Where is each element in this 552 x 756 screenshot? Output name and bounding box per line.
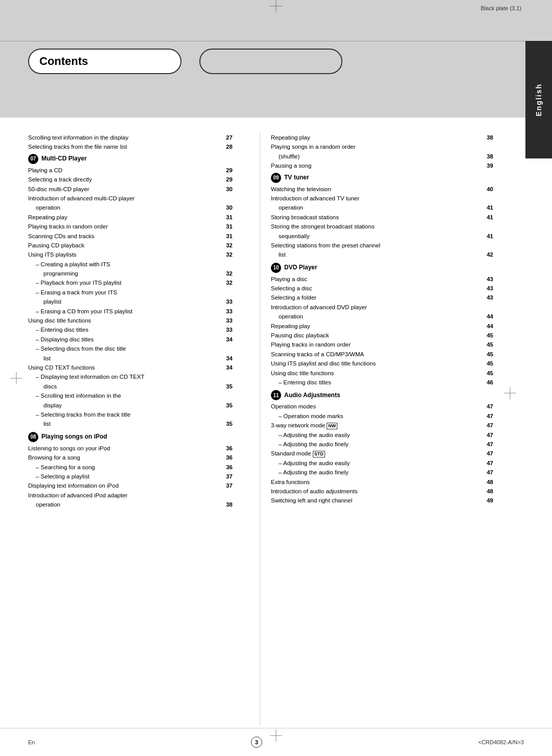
toc-text: operation <box>279 312 484 321</box>
list-item: Watching the television 40 <box>271 185 493 194</box>
list-item: Playing tracks in random order 31 <box>28 222 233 231</box>
page-num: 33 <box>226 325 233 334</box>
page-num: 47 <box>487 430 493 440</box>
toc-text: Introduction of audio adjustments <box>271 487 484 496</box>
toc-text: Introduction of advanced iPod adapter <box>28 491 233 500</box>
page-num: 38 <box>487 133 493 142</box>
section-num-11: 11 <box>271 390 281 400</box>
toc-text: Scanning CDs and tracks <box>28 232 223 241</box>
toc-entry: Introduction of advanced multi-CD player <box>28 194 233 203</box>
list-item: Using disc title functions 33 <box>28 316 233 325</box>
section-11-header: 11 Audio Adjustments <box>271 390 493 400</box>
page-num: 49 <box>487 496 493 505</box>
toc-text: Using disc title functions <box>28 316 223 325</box>
toc-entry-wrapped: operation 38 <box>28 500 233 509</box>
list-item: Standard mode STD 47 <box>271 449 493 458</box>
nw-badge: NW <box>327 423 337 429</box>
toc-text: list <box>279 250 484 259</box>
page-num: 27 <box>226 133 233 142</box>
toc-text: Selecting tracks from the file name list <box>28 142 223 151</box>
section-09-title: TV tuner <box>284 173 309 182</box>
page-num: 48 <box>487 487 493 496</box>
list-item: – Playback from your ITS playlist 32 <box>28 278 233 287</box>
toc-text: Operation modes <box>271 402 484 411</box>
list-item: – Searching for a song 36 <box>28 463 233 472</box>
list-item: – Selecting a playlist 37 <box>28 472 233 481</box>
toc-text: Storing the strongest broadcast stations <box>271 222 493 231</box>
left-column: Scrolling text information in the displa… <box>0 133 261 725</box>
toc-text: operation <box>36 500 223 509</box>
toc-text: Storing broadcast stations <box>271 213 484 222</box>
list-item: Browsing for a song 36 <box>28 453 233 462</box>
toc-text: – Creating a playlist with ITS <box>36 260 233 269</box>
contents-box-secondary <box>199 49 342 74</box>
list-item: Introduction of advanced TV tuner operat… <box>271 194 493 213</box>
list-item: Introduction of audio adjustments 48 <box>271 487 493 496</box>
toc-text: Selecting a folder <box>271 293 484 302</box>
list-item: Selecting stations from the preset chann… <box>271 241 493 260</box>
toc-text: Playing a CD <box>28 166 223 175</box>
toc-text: 50-disc multi-CD player <box>28 185 223 194</box>
page-num: 37 <box>226 472 233 481</box>
toc-text: Using ITS playlist and disc title functi… <box>271 359 484 368</box>
english-sidebar: English <box>525 41 552 158</box>
list-item: Selecting a disc 43 <box>271 284 493 293</box>
page-number: 3 <box>255 739 258 745</box>
page-num: 45 <box>487 350 493 359</box>
list-item: – Entering disc titles 46 <box>271 378 493 387</box>
list-item: – Selecting tracks from the track title … <box>28 410 233 429</box>
list-item: – Erasing a track from your ITS playlist… <box>28 288 233 307</box>
list-item: Repeating play 31 <box>28 213 233 222</box>
list-item: – Selecting discs from the disc title li… <box>28 344 233 363</box>
toc-text: Repeating play <box>271 133 484 142</box>
list-item: – Displaying text information on CD TEXT… <box>28 372 233 391</box>
toc-text: – Entering disc titles <box>36 325 223 334</box>
toc-text: Using CD TEXT functions <box>28 363 223 372</box>
page-num: 34 <box>226 363 233 372</box>
toc-text: Playing tracks in random order <box>271 340 484 349</box>
section-num-10: 10 <box>271 263 281 273</box>
en-label: En <box>28 739 35 745</box>
list-item: – Erasing a CD from your ITS playlist 33 <box>28 307 233 316</box>
toc-text: – Selecting tracks from the track title <box>36 410 233 419</box>
page-num: 45 <box>487 331 493 340</box>
page-num: 36 <box>226 463 233 472</box>
toc-text: – Operation mode marks <box>279 411 484 421</box>
page-num: 33 <box>226 316 233 325</box>
toc-entry: Introduction of advanced DVD player <box>271 303 493 312</box>
page-num: 35 <box>226 419 233 428</box>
toc-entry: Storing the strongest broadcast stations <box>271 222 493 231</box>
toc-text: Playing tracks in random order <box>28 222 223 231</box>
page-num: 47 <box>487 468 493 477</box>
list-item: – Scrolling text information in the disp… <box>28 391 233 410</box>
list-item: – Entering disc titles 33 <box>28 325 233 334</box>
list-item: Pausing CD playback 32 <box>28 241 233 250</box>
page-num: 46 <box>487 378 493 387</box>
footer-en: En <box>28 739 35 745</box>
toc-text: Playing songs in a random order <box>271 142 493 151</box>
page-num: 38 <box>487 152 493 161</box>
list-item: – Adjusting the audio finely 47 <box>271 468 493 477</box>
list-item: Introduction of advanced iPod adapter op… <box>28 491 233 510</box>
toc-entry-wrapped: operation 41 <box>271 203 493 212</box>
list-item: Playing a disc 43 <box>271 274 493 284</box>
toc-text: Playing a disc <box>271 274 484 284</box>
toc-text: – Adjusting the audio easily <box>279 459 484 468</box>
page-num: 47 <box>487 440 493 449</box>
toc-entry-wrapped: programming 32 <box>28 269 233 278</box>
list-item: – Displaying disc titles 34 <box>28 335 233 344</box>
toc-text: list <box>43 354 223 363</box>
page-num: 36 <box>226 453 233 462</box>
section-10-title: DVD Player <box>284 263 317 272</box>
toc-text: – Adjusting the audio finely <box>279 468 484 477</box>
page-num: 36 <box>226 444 233 453</box>
toc-text: Using ITS playlists <box>28 250 223 259</box>
toc-text: – Erasing a track from your ITS <box>36 288 233 297</box>
page-num: 43 <box>487 284 493 293</box>
page-num: 32 <box>226 241 233 250</box>
list-item: Scanning CDs and tracks 31 <box>28 232 233 241</box>
toc-text: – Adjusting the audio finely <box>279 440 484 449</box>
toc-text: Browsing for a song <box>28 453 223 462</box>
page-num: 44 <box>487 322 493 331</box>
toc-entry-wrapped: (shuffle) 38 <box>271 152 493 161</box>
